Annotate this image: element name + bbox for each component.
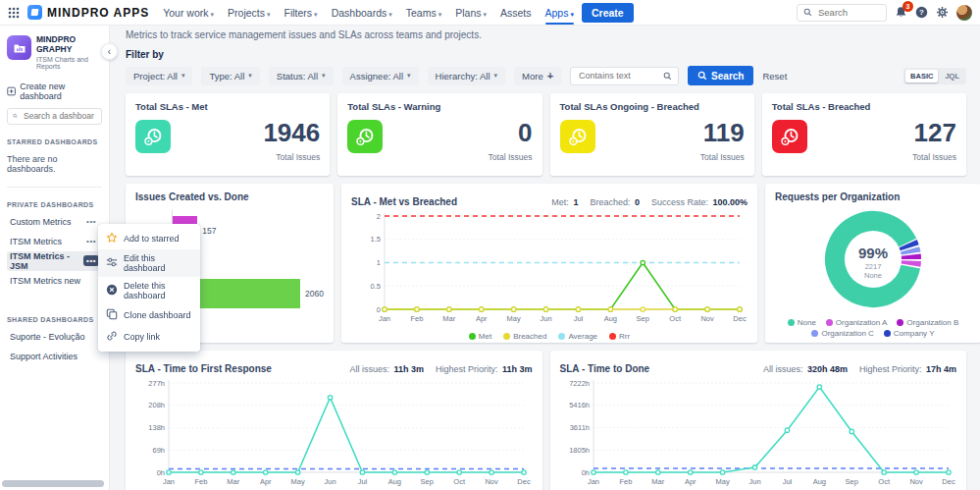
legend-item-none: None <box>788 318 816 327</box>
filter-pill-status[interactable]: Status: All▾ <box>269 67 334 85</box>
filter-bar: Project: All▾Type: All▾Status: All▾Assig… <box>126 66 966 85</box>
met-breached-stats: Met: 1Breached: 0Success Rate: 100.00% <box>540 191 748 209</box>
filter-pill-type[interactable]: Type: All▾ <box>201 67 259 85</box>
legend-item-organization-a: Organization A <box>826 318 887 327</box>
create-new-dashboard-label: Create new dashboard <box>20 82 102 101</box>
stat-met: Met: 1 <box>551 197 578 207</box>
context-menu-item-label: Edit this dashboard <box>124 253 192 273</box>
brand-name: MINDPRO APPS <box>47 6 149 20</box>
metric-card-total-slas-warning[interactable]: Total SLAs - Warning0Total Issues <box>337 93 542 176</box>
context-menu-item-clone-dashboard[interactable]: Clone dashboard <box>98 304 200 326</box>
svg-text:1805h: 1805h <box>569 446 590 455</box>
requests-per-organization-legend: NoneOrganization AOrganization BOrganiza… <box>775 318 971 338</box>
sidebar-item-support-activities[interactable]: Support Activities <box>7 347 102 366</box>
metric-card-total-slas-met[interactable]: Total SLAs - Met1946Total Issues <box>126 93 330 176</box>
context-menu-item-delete-this-dashboard[interactable]: Delete this dashboard <box>98 277 200 304</box>
svg-text:Oct: Oct <box>453 477 466 486</box>
global-search[interactable] <box>797 4 887 22</box>
reset-button[interactable]: Reset <box>762 71 787 82</box>
global-search-input[interactable] <box>816 6 875 19</box>
svg-text:Oct: Oct <box>878 477 891 486</box>
sidebar-item-suporte-evolu-o[interactable]: Suporte - Evolução <box>7 327 102 347</box>
sidebar-item-itsm-metrics-new[interactable]: ITSM Metrics new <box>7 271 102 291</box>
settings-gear-icon[interactable] <box>936 6 949 19</box>
bar-value-label: 2060 <box>305 289 324 299</box>
shared-dashboards-list: Suporte - EvoluçãoSupport Activities <box>7 327 102 366</box>
user-avatar[interactable] <box>956 5 972 21</box>
nav-item-teams[interactable]: Teams▾ <box>406 1 441 25</box>
brand-logo[interactable]: MINDPRO APPS <box>27 5 149 20</box>
app-switcher-icon[interactable] <box>8 7 20 19</box>
svg-text:Jul: Jul <box>358 477 368 486</box>
more-filters-button[interactable]: More+ <box>514 67 561 85</box>
notifications-bell-icon[interactable]: 3 <box>895 6 907 19</box>
filter-pill-assignee[interactable]: Assignee: All▾ <box>342 67 419 85</box>
nav-item-assets[interactable]: Assets <box>500 1 532 25</box>
divider <box>7 187 102 188</box>
metric-card-total-slas-ongoing-breached[interactable]: Total SLAs Ongoing - Breached119Total Is… <box>550 93 754 176</box>
nav-item-projects[interactable]: Projects▾ <box>228 1 270 25</box>
nav-item-dashboards[interactable]: Dashboards▾ <box>332 1 392 25</box>
chart-title: SLA - Time to First Response <box>135 363 272 374</box>
search-icon <box>663 72 672 81</box>
dashboard-search-input[interactable] <box>22 110 96 122</box>
mode-jql-button[interactable]: JQL <box>940 70 964 82</box>
create-new-dashboard-button[interactable]: Create new dashboard <box>7 82 102 101</box>
top-navigation-bar: MINDPRO APPS Your work▾Projects▾Filters▾… <box>0 0 980 26</box>
dashboard-context-menu: Add to starredEdit this dashboardDelete … <box>98 224 200 352</box>
mindpro-graphy-app-icon <box>7 35 31 60</box>
svg-text:Mar: Mar <box>227 477 239 486</box>
filter-pill-hierarchy[interactable]: Hierarchy: All▾ <box>428 67 505 85</box>
sidebar-horizontal-scrollbar[interactable] <box>2 480 104 487</box>
svg-text:99%: 99% <box>858 245 888 261</box>
svg-text:Mar: Mar <box>442 314 455 323</box>
dashboard-item-menu-button[interactable]: ••• <box>83 216 99 227</box>
nav-item-apps[interactable]: Apps▾ <box>545 1 574 25</box>
nav-item-plans[interactable]: Plans▾ <box>455 1 487 25</box>
clock-breached-icon <box>772 120 807 153</box>
nav-item-your-work[interactable]: Your work▾ <box>163 1 214 25</box>
help-icon[interactable]: ? <box>915 6 928 19</box>
sidebar-item-itsm-metrics[interactable]: ITSM Metrics••• <box>7 232 102 251</box>
context-menu-item-edit-this-dashboard[interactable]: Edit this dashboard <box>98 249 200 277</box>
svg-text:5416h: 5416h <box>569 401 590 409</box>
context-menu-item-copy-link[interactable]: Copy link <box>98 326 200 348</box>
time-to-first-response-line-chart: 0h69h138h208h277hJanFebMarAprMayJunJulAu… <box>135 376 533 490</box>
legend-item-average: Average <box>558 332 597 341</box>
metric-card-title: Total SLAs - Breached <box>772 101 956 112</box>
dashboard-item-menu-button[interactable]: ••• <box>83 236 99 246</box>
primary-nav: Your work▾Projects▾Filters▾Dashboards▾Te… <box>163 1 574 25</box>
nav-item-filters[interactable]: Filters▾ <box>284 1 318 25</box>
contains-text-input[interactable] <box>577 70 663 82</box>
svg-text:3611h: 3611h <box>569 423 589 432</box>
svg-text:2: 2 <box>377 212 381 221</box>
dashboard-item-menu-button[interactable]: ••• <box>83 255 99 266</box>
sidebar-item-custom-metrics[interactable]: Custom Metrics••• <box>7 212 102 232</box>
sidebar-item-itsm-metrics-jsm[interactable]: ITSM Metrics - JSM••• <box>7 251 102 271</box>
filter-pill-project[interactable]: Project: All▾ <box>126 67 192 85</box>
svg-text:May: May <box>291 477 305 486</box>
sidebar-collapse-button[interactable]: ‹ <box>101 43 118 60</box>
metric-card-total-slas-breached[interactable]: Total SLAs - Breached127Total Issues <box>762 93 966 176</box>
chevron-down-icon: ▾ <box>267 11 271 18</box>
context-menu-item-label: Add to starred <box>124 234 180 244</box>
contains-text-field[interactable] <box>570 67 679 85</box>
sidebar-item-label: Custom Metrics <box>10 217 72 227</box>
svg-text:Jun: Jun <box>540 314 551 323</box>
svg-text:Feb: Feb <box>194 477 207 486</box>
search-icon <box>697 71 707 81</box>
search-button[interactable]: Search <box>688 66 753 85</box>
chevron-down-icon: ▾ <box>248 72 252 80</box>
chart-title: SLA - Time to Done <box>560 363 650 374</box>
context-menu-item-add-to-starred[interactable]: Add to starred <box>98 228 200 249</box>
svg-text:138h: 138h <box>148 423 165 432</box>
new-dashboard-icon <box>7 86 16 96</box>
chevron-down-icon: ▾ <box>211 11 215 18</box>
search-button-label: Search <box>711 71 744 82</box>
svg-text:7222h: 7222h <box>569 379 590 388</box>
panel-sla-met-vs-breached: SLA - Met vs Breached Met: 1Breached: 0S… <box>341 184 757 343</box>
star-icon <box>106 232 118 245</box>
dashboard-search[interactable] <box>7 108 102 125</box>
create-button[interactable]: Create <box>582 3 634 23</box>
mode-basic-button[interactable]: BASIC <box>905 70 938 82</box>
